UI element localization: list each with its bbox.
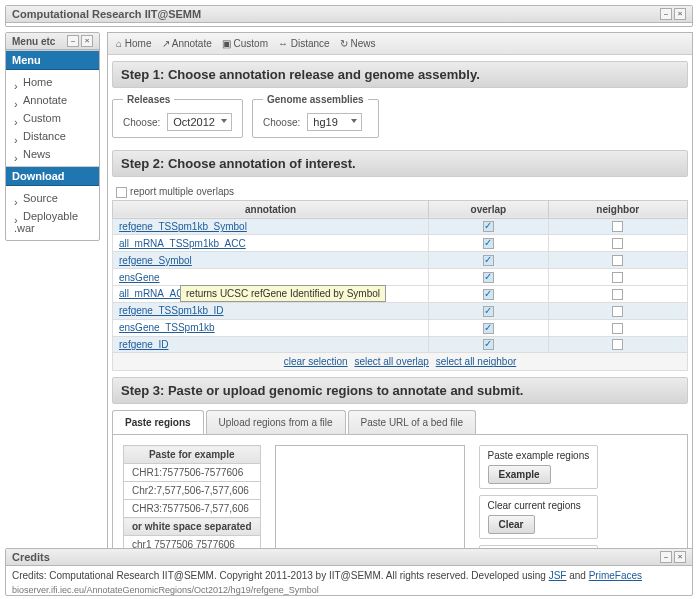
overlap-checkbox[interactable] <box>483 306 494 317</box>
breadcrumb-item[interactable]: ↗ Annotate <box>162 38 212 49</box>
annotation-tooltip: returns UCSC refGene Identified by Symbo… <box>180 285 386 302</box>
table-row: all_mRNA_TSSpm1kb_ACC <box>113 235 688 252</box>
table-row: refgene_TSSpm1kb_Symbol <box>113 218 688 235</box>
annotation-link[interactable]: refgene_Symbol <box>119 255 192 266</box>
sidebar-title: Menu etc <box>12 36 55 47</box>
credits-close-icon[interactable]: × <box>674 551 686 563</box>
close-icon[interactable]: × <box>674 8 686 20</box>
table-row: ensGene <box>113 269 688 286</box>
credits-panel: Credits – × Credits: Computational Resea… <box>5 548 693 596</box>
select-all-neighbor-link[interactable]: select all neighbor <box>436 356 517 367</box>
neighbor-checkbox[interactable] <box>612 255 623 266</box>
example-row: Chr2:7,577,506-7,577,606 <box>124 482 261 500</box>
overlap-checkbox[interactable] <box>483 323 494 334</box>
sidebar-item[interactable]: ›Custom <box>6 109 99 127</box>
bullet-icon: › <box>14 80 20 86</box>
sidebar-item[interactable]: ›Source <box>6 189 99 207</box>
overlap-checkbox[interactable] <box>483 289 494 300</box>
assemblies-select[interactable]: hg19 <box>307 113 362 131</box>
minimize-icon[interactable]: – <box>660 8 672 20</box>
neighbor-checkbox[interactable] <box>612 272 623 283</box>
bullet-icon: › <box>14 196 20 202</box>
releases-fieldset: Releases Choose: Oct2012 <box>112 94 243 138</box>
credits-header: Credits <box>12 551 50 563</box>
example-row: CHR1:7577506-7577606 <box>124 464 261 482</box>
sidebar-item[interactable]: ›Distance <box>6 127 99 145</box>
tab-paste-regions: Paste for example CHR1:7577506-7577606Ch… <box>112 435 688 548</box>
overlap-checkbox[interactable] <box>483 339 494 350</box>
example-button[interactable]: Example <box>488 465 551 484</box>
neighbor-checkbox[interactable] <box>612 306 623 317</box>
example-table: Paste for example CHR1:7577506-7577606Ch… <box>123 445 261 548</box>
clear-box: Clear current regions Clear <box>479 495 599 539</box>
tabs: Paste regionsUpload regions from a fileP… <box>112 410 688 435</box>
bullet-icon: › <box>14 98 20 104</box>
step1-header: Step 1: Choose annotation release and ge… <box>112 61 688 88</box>
credits-min-icon[interactable]: – <box>660 551 672 563</box>
bullet-icon: › <box>14 214 20 220</box>
neighbor-checkbox[interactable] <box>612 289 623 300</box>
sidebar: Menu etc – × Menu ›Home›Annotate›Custom›… <box>5 32 100 241</box>
bullet-icon: › <box>14 152 20 158</box>
sidebar-item[interactable]: ›Home <box>6 73 99 91</box>
breadcrumb-item[interactable]: ↻ News <box>340 38 376 49</box>
table-row: refgene_TSSpm1kb_ID <box>113 302 688 319</box>
app-title: Computational Research IIT@SEMM <box>12 8 201 20</box>
sidebar-item[interactable]: ›News <box>6 145 99 163</box>
annotation-link[interactable]: refgene_TSSpm1kb_Symbol <box>119 221 247 232</box>
releases-select[interactable]: Oct2012 <box>167 113 232 131</box>
annotation-link[interactable]: refgene_ID <box>119 339 168 350</box>
overlap-checkbox[interactable] <box>483 272 494 283</box>
sidebar-close-icon[interactable]: × <box>81 35 93 47</box>
overlap-checkbox[interactable] <box>483 238 494 249</box>
bullet-icon: › <box>14 116 20 122</box>
regions-textarea[interactable] <box>275 445 465 548</box>
primefaces-link[interactable]: PrimeFaces <box>589 570 642 581</box>
breadcrumb-item[interactable]: ↔ Distance <box>278 38 330 49</box>
overlap-checkbox[interactable] <box>483 255 494 266</box>
sidebar-item[interactable]: ›Annotate <box>6 91 99 109</box>
step3-header: Step 3: Paste or upload genomic regions … <box>112 377 688 404</box>
example-row: CHR3:7577506-7,577,606 <box>124 500 261 518</box>
tab[interactable]: Paste URL of a bed file <box>348 410 476 434</box>
menu-header: Menu <box>6 50 99 70</box>
breadcrumb-item[interactable]: ▣ Custom <box>222 38 268 49</box>
neighbor-checkbox[interactable] <box>612 323 623 334</box>
table-row: ensGene_TSSpm1kb <box>113 319 688 336</box>
jsf-link[interactable]: JSF <box>549 570 567 581</box>
table-row: refgene_Symbol <box>113 252 688 269</box>
sidebar-item[interactable]: ›Deployable .war <box>6 207 99 237</box>
report-overlaps-checkbox[interactable] <box>116 187 127 198</box>
assemblies-fieldset: Genome assemblies Choose: hg19 <box>252 94 379 138</box>
select-all-overlap-link[interactable]: select all overlap <box>354 356 428 367</box>
table-row: refgene_ID <box>113 336 688 353</box>
tab[interactable]: Paste regions <box>112 410 204 434</box>
clear-button[interactable]: Clear <box>488 515 535 534</box>
paste-example-box: Paste example regions Example <box>479 445 599 489</box>
annotation-link[interactable]: ensGene_TSSpm1kb <box>119 322 215 333</box>
neighbor-checkbox[interactable] <box>612 238 623 249</box>
sidebar-min-icon[interactable]: – <box>67 35 79 47</box>
overlap-checkbox[interactable] <box>483 221 494 232</box>
bullet-icon: › <box>14 134 20 140</box>
clear-selection-link[interactable]: clear selection <box>284 356 348 367</box>
neighbor-checkbox[interactable] <box>612 339 623 350</box>
download-header: Download <box>6 166 99 186</box>
app-titlebar: Computational Research IIT@SEMM – × <box>5 5 693 27</box>
neighbor-checkbox[interactable] <box>612 221 623 232</box>
breadcrumb: ⌂ Home↗ Annotate▣ Custom↔ Distance↻ News <box>108 33 692 55</box>
annotation-link[interactable]: ensGene <box>119 272 160 283</box>
annotation-link[interactable]: refgene_TSSpm1kb_ID <box>119 305 224 316</box>
breadcrumb-item[interactable]: ⌂ Home <box>116 38 152 49</box>
tab[interactable]: Upload regions from a file <box>206 410 346 434</box>
step2-header: Step 2: Choose annotation of interest. <box>112 150 688 177</box>
annotation-link[interactable]: all_mRNA_TSSpm1kb_ACC <box>119 238 246 249</box>
report-overlaps-label: report multiple overlaps <box>130 186 234 197</box>
example-row: chr1 7577506 7577606 <box>124 536 261 548</box>
status-url: bioserver.ifi.iec.eu/AnnotateGenomicRegi… <box>6 585 692 595</box>
